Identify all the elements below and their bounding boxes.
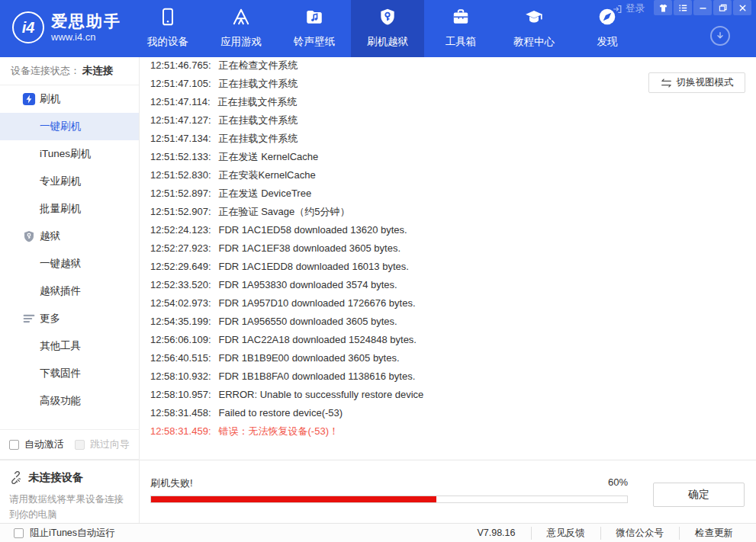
log-message: FDR 1AC22A18 downloaded 1524848 bytes.	[219, 334, 417, 345]
ok-button[interactable]: 确定	[653, 483, 745, 507]
progress-bar	[150, 495, 628, 503]
log-timestamp: 12:51:46.765:	[150, 59, 211, 71]
titlebar-controls: 登录	[612, 0, 751, 15]
shield-key-gray-icon	[22, 229, 36, 243]
shield-key-icon	[378, 7, 397, 27]
skip-wizard-checkbox[interactable]: 跳过向导	[75, 438, 130, 451]
log-line: 12:52:29.649:FDR 1AC1EDD8 downloaded 160…	[150, 258, 756, 276]
log-timestamp: 12:51:52.133:	[150, 151, 211, 162]
download-circle-icon	[715, 30, 725, 41]
flash-device-icon	[22, 92, 36, 106]
footer-right: V7.98.16 意见反馈 微信公众号 检查更新	[462, 527, 748, 540]
log-line: 12:58:10.957:ERROR: Unable to successful…	[150, 386, 756, 404]
nav-tab[interactable]: 工具箱	[424, 0, 497, 57]
minimize-button[interactable]	[693, 0, 712, 15]
maximize-button[interactable]	[713, 0, 732, 15]
sidebar-item-label: 越狱	[40, 229, 60, 243]
login-icon	[612, 4, 622, 14]
theme-icon	[658, 3, 668, 13]
appstore-icon	[231, 7, 251, 27]
log-panel: 12:51:46.765:正在检查文件系统 12:51:47.105:正在挂载文…	[140, 57, 756, 460]
log-message: FDR 1A956550 downloaded 3605 bytes.	[219, 316, 397, 327]
sidebar-item[interactable]: iTunes刷机	[0, 140, 139, 168]
sidebar-item-label: 一键刷机	[40, 120, 81, 133]
theme-button[interactable]	[654, 0, 672, 15]
log-timestamp: 12:51:47.127:	[150, 114, 211, 126]
log-line: 12:58:31.458:Failed to restore device(-5…	[150, 404, 756, 422]
app-title: 爱思助手	[51, 13, 121, 30]
list-icon	[678, 3, 688, 13]
log-timestamp: 12:58:31.458:	[150, 407, 211, 419]
phone-icon	[158, 7, 178, 27]
log-message: 错误：无法恢复设备(-53)！	[219, 425, 339, 437]
device-panel-desc: 请用数据线将苹果设备连接到你的电脑	[9, 492, 131, 522]
sidebar-item-label: 一键越狱	[40, 257, 81, 271]
sidebar-item[interactable]: 越狱	[0, 223, 139, 250]
log-timestamp: 12:58:10.932:	[150, 370, 211, 382]
sidebar-item-label: 批量刷机	[40, 202, 81, 216]
aisi-assistant-window: i4 爱思助手 www.i4.cn 我的设备 应用游戏	[0, 0, 756, 542]
app-logo: i4 爱思助手 www.i4.cn	[12, 11, 121, 43]
log-line: 12:54:02.973:FDR 1A957D10 downloaded 172…	[150, 294, 756, 313]
menu-list-button[interactable]	[674, 0, 692, 15]
logo-i4-icon: i4	[12, 11, 44, 43]
log-line: 12:51:47.127:正在挂载文件系统	[150, 111, 756, 130]
log-message: 正在安装KernelCache	[219, 169, 316, 181]
connection-status-value: 未连接	[82, 64, 114, 78]
log-line: 12:51:52.897:正在发送 DeviceTree	[150, 184, 756, 203]
log-timestamp: 12:54:02.973:	[150, 297, 211, 309]
log-timestamp: 12:51:52.897:	[150, 188, 211, 199]
download-manager-button[interactable]	[710, 26, 730, 46]
graduation-cap-icon	[524, 7, 544, 27]
sidebar-item[interactable]: 下载固件	[0, 360, 139, 387]
footer-link[interactable]: 意见反馈	[531, 527, 600, 540]
log-line: 12:58:10.932:FDR 1B1B8FA0 downloaded 113…	[150, 367, 756, 386]
footer-link[interactable]: 微信公众号	[600, 527, 680, 540]
log-line: 12:52:33.520:FDR 1A953830 downloaded 357…	[150, 276, 756, 294]
log-timestamp: 12:52:24.123:	[150, 224, 211, 236]
log-message: FDR 1A953830 downloaded 3574 bytes.	[219, 279, 397, 290]
footer-link[interactable]: 检查更新	[679, 527, 748, 540]
footer-links: 意见反馈 微信公众号 检查更新	[531, 527, 749, 540]
log-timestamp: 12:52:27.923:	[150, 242, 211, 254]
log-message: FDR 1A957D10 downloaded 1726676 bytes.	[219, 297, 416, 309]
close-button[interactable]	[733, 0, 751, 15]
log-line: 12:56:06.109:FDR 1AC22A18 downloaded 152…	[150, 331, 756, 349]
app-site: www.i4.cn	[51, 31, 121, 43]
log-timestamp: 12:58:10.957:	[150, 389, 211, 400]
sidebar-item[interactable]: 一键刷机	[0, 113, 139, 140]
progress-bar-fill	[151, 496, 436, 502]
log-timestamp: 12:56:06.109:	[150, 334, 211, 345]
status-bar: 阻止iTunes自动运行 V7.98.16 意见反馈 微信公众号 检查更新	[0, 523, 756, 542]
sidebar-item[interactable]: 高级功能	[0, 387, 139, 415]
sidebar-item[interactable]: 刷机	[0, 85, 139, 113]
switch-view-mode-button[interactable]: 切换视图模式	[648, 72, 745, 93]
sidebar-item[interactable]: 批量刷机	[0, 195, 139, 223]
progress-percent: 60%	[150, 476, 628, 488]
nav-tab[interactable]: 刷机越狱	[351, 0, 424, 57]
sidebar-item[interactable]: 更多	[0, 305, 139, 332]
log-message: 正在发送 DeviceTree	[219, 188, 312, 199]
nav-tab[interactable]: 铃声壁纸	[278, 0, 351, 57]
sidebar-item-label: 专业刷机	[40, 175, 81, 188]
swap-arrows-icon	[661, 79, 672, 88]
nav-tab[interactable]: 我的设备	[131, 0, 204, 57]
device-panel-title: 未连接设备	[9, 470, 130, 485]
sidebar-item[interactable]: 越狱插件	[0, 277, 139, 305]
block-itunes-checkbox[interactable]: 阻止iTunes自动运行	[14, 527, 115, 540]
login-button[interactable]: 登录	[612, 2, 645, 15]
nav-tab[interactable]: 教程中心	[497, 0, 571, 57]
top-navbar: i4 爱思助手 www.i4.cn 我的设备 应用游戏	[0, 0, 756, 57]
log-message: Failed to restore device(-53)	[219, 407, 343, 419]
log-list: 12:51:46.765:正在检查文件系统 12:51:47.105:正在挂载文…	[150, 57, 756, 441]
sidebar-item[interactable]: 专业刷机	[0, 168, 139, 195]
auto-activate-checkbox[interactable]: 自动激活	[9, 438, 75, 451]
sidebar-item[interactable]: 一键越狱	[0, 250, 139, 277]
nav-tab[interactable]: 应用游戏	[204, 0, 278, 57]
minimize-icon	[698, 3, 708, 13]
sidebar-item[interactable]: 其他工具	[0, 332, 139, 360]
log-line: 12:58:31.459:错误：无法恢复设备(-53)！	[150, 422, 756, 441]
log-line: 12:51:52.907:正在验证 Savage（约5分钟）	[150, 203, 756, 221]
close-icon	[738, 3, 748, 13]
sidebar-item-label: 越狱插件	[40, 284, 81, 298]
